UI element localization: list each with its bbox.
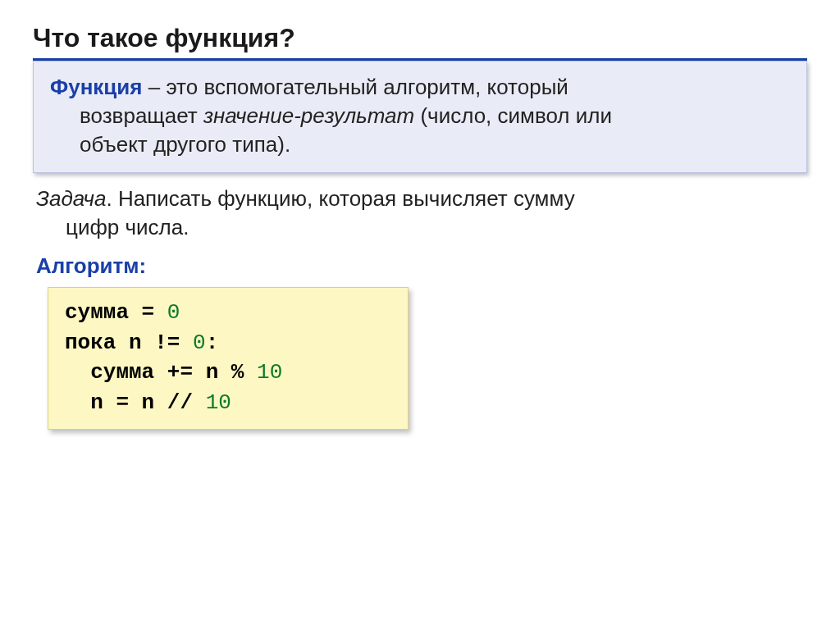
task-block: Задача. Написать функцию, которая вычисл…: [33, 185, 807, 242]
slide-title: Что такое функция?: [33, 23, 807, 61]
code-box: сумма = 0 пока n != 0: сумма += n % 10 n…: [48, 287, 409, 430]
definition-box: Функция – это вспомогательный алгоритм, …: [33, 61, 807, 173]
slide-content: Что такое функция? Функция – это вспомог…: [0, 0, 840, 453]
definition-term: Функция: [50, 75, 143, 99]
definition-line1: – это вспомогательный алгоритм, который: [143, 75, 568, 99]
definition-line3: объект другого типа).: [50, 130, 790, 159]
task-label: Задача: [36, 186, 106, 211]
task-line1: . Написать функцию, которая вычисляет су…: [106, 186, 574, 211]
algorithm-label: Алгоритм:: [33, 253, 807, 279]
task-line2: цифр числа.: [36, 213, 804, 242]
definition-line2: возвращает значение-результат (число, си…: [50, 102, 790, 130]
